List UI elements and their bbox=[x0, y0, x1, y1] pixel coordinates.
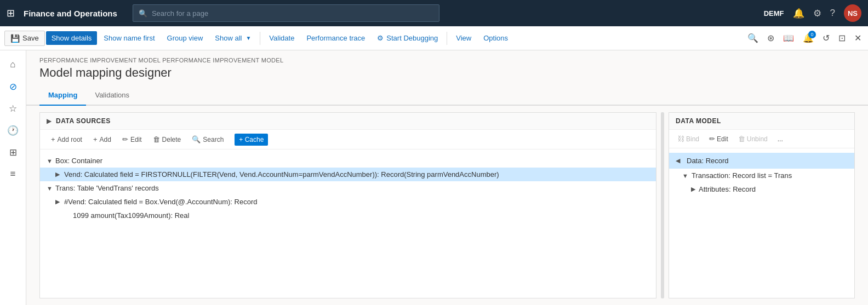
sidebar-filter-icon[interactable]: ⊘ bbox=[3, 77, 23, 96]
refresh-icon[interactable]: ↺ bbox=[820, 31, 832, 45]
open-external-icon[interactable]: ⊡ bbox=[836, 31, 848, 45]
edit-model-button[interactable]: ✏ Edit bbox=[705, 133, 732, 145]
show-name-first-button[interactable]: Show name first bbox=[98, 31, 160, 45]
dm-toggle-data[interactable]: ◀ bbox=[676, 157, 680, 164]
toolbar-separator-2 bbox=[447, 32, 447, 45]
tree-item-box[interactable]: ▼ Box: Container bbox=[40, 154, 656, 168]
dm-toggle-attributes[interactable]: ▶ bbox=[691, 186, 695, 193]
env-label: DEMF bbox=[764, 9, 784, 18]
tree-toggle-box[interactable]: ▼ bbox=[47, 158, 55, 164]
cache-button[interactable]: + Cache bbox=[235, 134, 268, 146]
add-button[interactable]: + Add bbox=[89, 133, 116, 146]
debugging-icon: ⚙ bbox=[377, 34, 384, 42]
edit-ds-button[interactable]: ✏ Edit bbox=[118, 133, 146, 146]
book-icon[interactable]: 📖 bbox=[781, 31, 796, 45]
data-model-tree: ◀ Data: Record ▼ Transaction: Record lis… bbox=[669, 148, 854, 298]
search-bar: 🔍 bbox=[133, 4, 439, 22]
tree-toggle-vend[interactable]: ▶ bbox=[55, 171, 64, 178]
grid-icon[interactable]: ⊞ bbox=[7, 7, 15, 19]
tree-item-hash-vend[interactable]: ▶ #Vend: Calculated field = Box.Vend(@.A… bbox=[40, 195, 656, 209]
data-sources-header: ▶ DATA SOURCES bbox=[40, 113, 656, 130]
save-button[interactable]: 💾 Save bbox=[4, 31, 45, 46]
dm-tree-item-transaction[interactable]: ▼ Transaction: Record list = Trans bbox=[669, 169, 854, 182]
unbind-icon: 🗑 bbox=[738, 135, 745, 143]
notification-badge: 0 bbox=[808, 31, 816, 38]
data-model-toolbar: ⛓ Bind ✏ Edit 🗑 Unbind ... bbox=[669, 130, 854, 148]
tree-toggle-trans[interactable]: ▼ bbox=[47, 185, 55, 192]
page-title: Model mapping designer bbox=[26, 64, 868, 87]
tree-item-vend[interactable]: ▶ Vend: Calculated field = FIRSTORNULL(F… bbox=[40, 168, 656, 181]
sidebar-star-icon[interactable]: ☆ bbox=[3, 99, 23, 118]
bookmark-icon[interactable]: ⊛ bbox=[765, 31, 776, 45]
tree-item-trans[interactable]: ▼ Trans: Table 'VendTrans' records bbox=[40, 181, 656, 195]
add-root-icon: + bbox=[51, 135, 55, 143]
layout: ⌂ ⊘ ☆ 🕐 ⊞ ≡ PERFORMANCE IMPROVEMENT MODE… bbox=[0, 50, 868, 305]
tree-item-1099[interactable]: 1099 amount(Tax1099Amount): Real bbox=[40, 209, 656, 222]
view-button[interactable]: View bbox=[450, 31, 477, 45]
breadcrumb: PERFORMANCE IMPROVEMENT MODEL PERFORMANC… bbox=[26, 50, 868, 64]
notification-icon[interactable]: 🔔 bbox=[793, 8, 804, 19]
search-input[interactable] bbox=[152, 9, 433, 18]
tabs: Mapping Validations bbox=[26, 87, 868, 106]
delete-icon: 🗑 bbox=[153, 135, 160, 143]
panel-splitter[interactable] bbox=[661, 112, 664, 298]
sidebar-table-icon[interactable]: ⊞ bbox=[3, 142, 23, 162]
data-model-panel: DATA MODEL ⛓ Bind ✏ Edit 🗑 Unbind bbox=[669, 112, 855, 298]
settings-icon[interactable]: ⚙ bbox=[813, 8, 821, 19]
tab-mapping[interactable]: Mapping bbox=[39, 87, 86, 106]
bind-button[interactable]: ⛓ Bind bbox=[673, 133, 703, 145]
sidebar-recent-icon[interactable]: 🕐 bbox=[3, 120, 23, 140]
data-sources-tree: ▼ Box: Container ▶ Vend: Calculated fiel… bbox=[40, 149, 656, 298]
search-toolbar-icon[interactable]: 🔍 bbox=[745, 31, 761, 45]
edit-model-icon: ✏ bbox=[709, 135, 715, 143]
unbind-button[interactable]: 🗑 Unbind bbox=[734, 133, 772, 145]
add-icon: + bbox=[93, 135, 98, 143]
search-icon: 🔍 bbox=[139, 9, 147, 18]
dm-tree-item-attributes[interactable]: ▶ Attributes: Record bbox=[669, 182, 854, 196]
show-details-button[interactable]: Show details bbox=[46, 31, 98, 45]
data-model-header: DATA MODEL bbox=[669, 113, 854, 130]
dm-tree-item-data[interactable]: ◀ Data: Record bbox=[669, 153, 854, 169]
data-sources-toggle[interactable]: ▶ bbox=[47, 117, 52, 125]
content-area: ▶ DATA SOURCES + Add root + Add ✏ Edit bbox=[26, 106, 868, 305]
data-sources-title: DATA SOURCES bbox=[56, 117, 111, 125]
search-ds-icon: 🔍 bbox=[192, 135, 201, 143]
start-debugging-button[interactable]: ⚙ Start Debugging bbox=[372, 31, 443, 45]
avatar[interactable]: NS bbox=[844, 4, 861, 22]
show-all-button[interactable]: Show all ▼ bbox=[209, 31, 256, 45]
save-icon: 💾 bbox=[10, 34, 20, 43]
sidebar-home-icon[interactable]: ⌂ bbox=[3, 55, 23, 74]
performance-trace-button[interactable]: Performance trace bbox=[301, 31, 370, 45]
show-all-dropdown-arrow: ▼ bbox=[245, 35, 251, 41]
ds-toolbar: + Add root + Add ✏ Edit 🗑 Delete bbox=[40, 130, 656, 149]
app-title: Finance and Operations bbox=[24, 9, 117, 18]
search-button[interactable]: 🔍 Search bbox=[187, 133, 228, 146]
side-icons: 🔍 ⊛ 📖 🔔 0 ↺ ⊡ ✕ bbox=[745, 31, 864, 45]
delete-button[interactable]: 🗑 Delete bbox=[149, 133, 186, 146]
sidebar-list-icon[interactable]: ≡ bbox=[3, 164, 23, 184]
group-view-button[interactable]: Group view bbox=[162, 31, 209, 45]
left-sidebar: ⌂ ⊘ ☆ 🕐 ⊞ ≡ bbox=[0, 50, 26, 305]
help-icon[interactable]: ? bbox=[830, 8, 835, 19]
add-root-button[interactable]: + Add root bbox=[47, 133, 87, 146]
more-button[interactable]: ... bbox=[774, 134, 787, 145]
top-nav: ⊞ Finance and Operations 🔍 DEMF 🔔 ⚙ ? NS bbox=[0, 0, 868, 26]
close-icon[interactable]: ✕ bbox=[852, 31, 864, 45]
bind-icon: ⛓ bbox=[677, 135, 684, 143]
data-sources-panel: ▶ DATA SOURCES + Add root + Add ✏ Edit bbox=[39, 112, 656, 298]
top-nav-right: DEMF 🔔 ⚙ ? NS bbox=[764, 4, 861, 22]
notification-toolbar-icon[interactable]: 🔔 0 bbox=[801, 31, 816, 45]
tree-toggle-hash-vend[interactable]: ▶ bbox=[55, 198, 64, 205]
toolbar-separator bbox=[260, 32, 260, 45]
edit-icon: ✏ bbox=[122, 135, 128, 143]
options-button[interactable]: Options bbox=[478, 31, 513, 45]
dm-toggle-transaction[interactable]: ▼ bbox=[682, 172, 688, 179]
validate-button[interactable]: Validate bbox=[264, 31, 300, 45]
toolbar: 💾 Save Show details Show name first Grou… bbox=[0, 26, 868, 50]
main-content: PERFORMANCE IMPROVEMENT MODEL PERFORMANC… bbox=[26, 50, 868, 305]
tab-validations[interactable]: Validations bbox=[86, 87, 138, 106]
